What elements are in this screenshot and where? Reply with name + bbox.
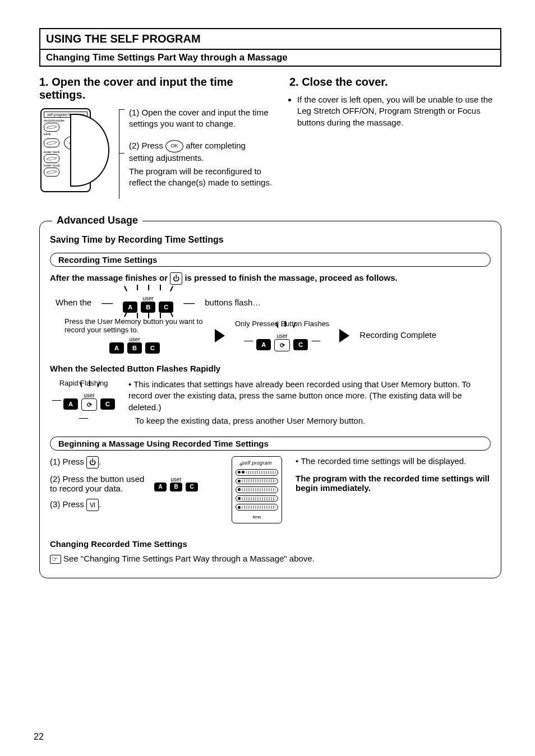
user-abc-buttons: user A B C: [154, 476, 198, 491]
substep-text: The program will be reconfigured to refl…: [129, 166, 273, 189]
substep-1: (1) Open the cover and input the time se…: [129, 107, 273, 130]
power-button-icon: ⏻: [86, 456, 99, 469]
user-label: user: [274, 333, 289, 339]
flow-caption: Press the User Memory button you want to…: [64, 317, 205, 334]
leader-line: [119, 109, 124, 199]
user-label: user: [81, 392, 96, 398]
advanced-usage-box: Advanced Usage Saving Time by Recording …: [39, 221, 501, 578]
changing-recorded-heading: Changing Recorded Time Settings: [50, 539, 491, 549]
text-fragment: (1) Press: [50, 457, 86, 466]
user-memory-c: C: [293, 339, 308, 350]
panel-button: [44, 123, 59, 132]
user-memory-b: B: [170, 483, 182, 491]
indicator-icon: ✦: [238, 460, 245, 469]
when-the-label: When the: [56, 297, 91, 308]
rapid-flash-illustration: Rapid Flashing — user A ⟳: [50, 379, 117, 423]
user-memory-a: A: [154, 483, 167, 491]
substep-prefix: (1): [129, 108, 142, 117]
text-fragment: See "Changing Time Settings Part Way thr…: [63, 554, 315, 563]
buttons-flash-label: buttons flash…: [205, 297, 261, 308]
advanced-subhead: Saving Time by Recording Time Settings: [50, 235, 491, 245]
arrow-right-icon: [339, 329, 349, 342]
panel-row-label: neck/shoulder: [44, 119, 66, 122]
section-title: USING THE SELF PROGRAM: [46, 33, 201, 45]
recording-complete-label: Recording Complete: [359, 330, 436, 341]
substep-prefix: (2): [129, 141, 142, 150]
after-massage-line: After the massage finishes or ⏻ is press…: [50, 272, 491, 285]
panel-row-label: lower back: [44, 150, 66, 154]
rapid-note-2: To keep the existing data, press another…: [128, 415, 491, 426]
rapid-flash-heading: When the Selected Button Flashes Rapidly: [50, 364, 491, 373]
text-fragment: (3) Press: [50, 499, 86, 509]
changing-recorded-ref: See "Changing Time Settings Part Way thr…: [50, 553, 491, 564]
recorded-display-note: • The recorded time settings will be dis…: [296, 456, 491, 466]
recording-pill-heading: Recording Time Settings: [50, 253, 491, 267]
text-fragment: This indicates that settings have alread…: [128, 379, 471, 412]
user-memory-a: A: [63, 398, 78, 410]
text-fragment: .: [99, 499, 101, 509]
arrow-right-icon: [215, 329, 225, 342]
power-button-icon: ⏻: [170, 272, 182, 285]
display-time-label: time: [236, 514, 278, 520]
panel-row-label: back: [44, 132, 66, 136]
user-memory-a: A: [109, 342, 124, 354]
step-2-heading: 2. Close the cover.: [289, 76, 501, 89]
panel-row-label: lower body: [44, 164, 66, 167]
mode-button-icon: Ⅵ: [86, 499, 99, 511]
user-memory-b-pressed: ⟳: [81, 398, 97, 411]
step-1-heading: 1. Open the cover and input the time set…: [39, 76, 273, 101]
page-number: 22: [34, 732, 44, 742]
user-memory-a: A: [123, 302, 137, 313]
subsection-title: Changing Time Settings Part Way through …: [46, 52, 288, 63]
user-label: user: [140, 295, 155, 302]
begin-step-1: (1) Press ⏻.: [50, 456, 218, 469]
step-2-note: If the cover is left open, you will be u…: [289, 94, 501, 128]
panel-open-cover: [70, 114, 109, 187]
user-memory-a: A: [256, 339, 271, 350]
user-memory-c: C: [159, 302, 173, 313]
user-label: user: [127, 336, 142, 342]
recording-flow: Press the User Memory button you want to…: [64, 317, 491, 354]
begin-step-2: (2) Press the button used to record your…: [50, 474, 145, 493]
begin-step-3: (3) Press Ⅵ.: [50, 499, 218, 511]
dash: —: [183, 296, 195, 309]
pointer-hand-icon: [50, 555, 61, 564]
program-will-note: The program with the recorded time setti…: [296, 474, 491, 493]
advanced-title: Advanced Usage: [52, 215, 142, 226]
substep-2: (2) Press OK after completing setting ad…: [129, 140, 273, 189]
user-memory-c: C: [145, 342, 160, 354]
text-fragment: .: [99, 457, 101, 466]
user-memory-c: C: [186, 483, 198, 491]
dash: —: [311, 336, 320, 346]
text-fragment: is pressed to finish the massage, procee…: [182, 273, 397, 282]
panel-button: [44, 168, 59, 177]
user-memory-b: B: [127, 342, 142, 354]
rapid-note-1: • This indicates that settings have alre…: [128, 379, 491, 413]
panel-button: [44, 138, 59, 147]
user-memory-c: C: [100, 398, 115, 410]
section-title-box: USING THE SELF PROGRAM: [39, 28, 501, 50]
step-2-note-text: If the cover is left open, you will be u…: [297, 94, 501, 128]
user-memory-b-pressed: ⟳: [274, 339, 290, 351]
substep-text: Open the cover and input the time settin…: [129, 108, 268, 128]
dash: —: [244, 336, 253, 346]
ok-button-icon: OK: [165, 140, 183, 152]
substep-text: Press: [142, 141, 166, 150]
begin-pill-heading: Beginning a Massage Using Recorded Time …: [50, 437, 491, 451]
user-memory-b: B: [141, 302, 155, 313]
subsection-bar: Changing Time Settings Part Way through …: [39, 50, 501, 67]
user-label: user: [168, 476, 183, 483]
self-program-display: ✦ self program time: [232, 456, 282, 523]
user-abc-flashing: user A B C: [123, 293, 173, 313]
user-b-flashing: user A ⟳ C: [256, 330, 308, 351]
remote-panel-illustration: self program time input neck/shoulder ba…: [39, 107, 112, 200]
text-fragment: After the massage finishes or: [50, 273, 170, 282]
dash: —: [102, 296, 113, 309]
panel-button: [44, 154, 59, 163]
text-fragment: The recorded time settings will be displ…: [301, 456, 466, 466]
